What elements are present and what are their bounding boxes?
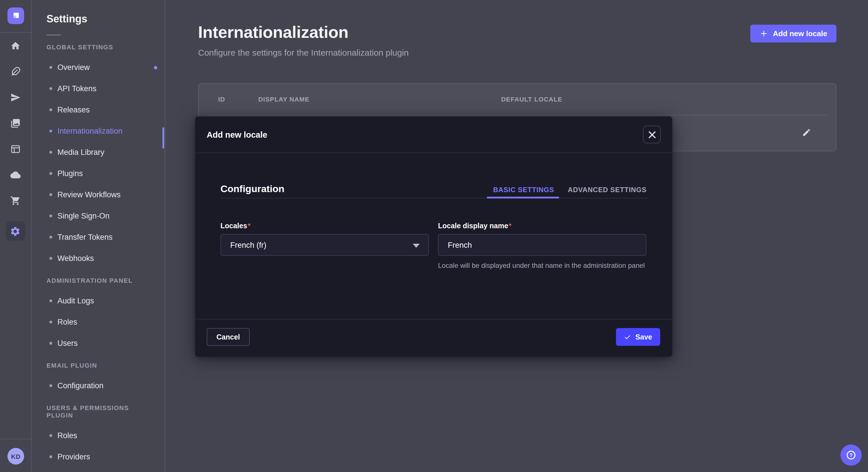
check-icon xyxy=(624,334,631,340)
locales-select[interactable]: French (fr) xyxy=(220,234,429,256)
bullet-icon xyxy=(50,299,52,302)
bullet-icon xyxy=(50,257,52,260)
sidebar-item-webhooks[interactable]: Webhooks xyxy=(32,248,165,269)
subnav-scrollbar-thumb[interactable] xyxy=(162,127,164,148)
sidebar-item-label: Users xyxy=(57,339,78,347)
bullet-icon xyxy=(50,456,52,458)
required-asterisk: * xyxy=(509,222,512,230)
paper-plane-icon[interactable] xyxy=(10,92,20,103)
sidebar-item-single-sign-on[interactable]: Single Sign-On xyxy=(32,205,165,227)
sidebar-item-internationalization[interactable]: Internationalization xyxy=(32,121,165,142)
column-header-default-locale: DEFAULT LOCALE xyxy=(501,96,562,103)
sidebar-item-label: Webhooks xyxy=(57,254,94,263)
tab-basic-settings[interactable]: BASIC SETTINGS xyxy=(493,186,554,194)
modal-header-divider xyxy=(195,153,672,153)
close-button[interactable] xyxy=(643,126,661,143)
bullet-icon xyxy=(50,193,52,196)
sidebar-item-label: Roles xyxy=(57,431,77,440)
subnav-title-rule xyxy=(46,34,61,36)
modal-footer-divider xyxy=(195,319,672,319)
feather-icon[interactable] xyxy=(10,67,20,77)
sidebar-item-label: API Tokens xyxy=(57,84,96,93)
sidebar-item-api-tokens[interactable]: API Tokens xyxy=(32,78,165,99)
sidebar-item-label: Plugins xyxy=(57,169,83,178)
active-tab-underline xyxy=(487,197,559,198)
table-header-row: IDDISPLAY NAMEDEFAULT LOCALE xyxy=(198,84,836,115)
column-header-display-name: DISPLAY NAME xyxy=(258,96,309,103)
app-root: KD Settings GLOBAL SETTINGSOverviewAPI T… xyxy=(0,0,868,472)
sidebar-item-label: Roles xyxy=(57,318,77,326)
display-name-label-text: Locale display name xyxy=(438,222,508,230)
locales-label: Locales* xyxy=(220,222,250,230)
bullet-icon xyxy=(50,384,52,387)
sidebar-item-label: Providers xyxy=(57,452,90,461)
section-header-email-plugin: EMAIL PLUGIN xyxy=(46,362,150,369)
add-locale-modal: Add new locale Configuration BASIC SETTI… xyxy=(195,116,672,357)
cart-icon[interactable] xyxy=(10,196,20,206)
display-name-field-box xyxy=(438,234,646,256)
bullet-icon xyxy=(50,342,52,345)
sidebar-item-label: Configuration xyxy=(57,381,104,390)
tab-advanced-settings[interactable]: ADVANCED SETTINGS xyxy=(568,186,647,194)
settings-subnav: Settings GLOBAL SETTINGSOverviewAPI Toke… xyxy=(32,0,165,472)
notification-dot xyxy=(154,66,157,69)
locales-select-value: French (fr) xyxy=(230,241,267,249)
bullet-icon xyxy=(50,236,52,239)
sidebar-item-roles[interactable]: Roles xyxy=(32,311,165,333)
strapi-logo-icon[interactable] xyxy=(7,7,24,24)
sidebar-item-label: Internationalization xyxy=(57,127,123,135)
help-button[interactable]: ? xyxy=(840,444,862,466)
modal-header: Add new locale xyxy=(195,116,672,153)
sidebar-item-configuration[interactable]: Configuration xyxy=(32,375,165,396)
sidebar-item-label: Single Sign-On xyxy=(57,212,110,220)
locales-label-text: Locales xyxy=(220,222,247,230)
edit-locale-button[interactable] xyxy=(801,128,812,138)
bullet-icon xyxy=(50,108,52,111)
sidebar-item-label: Releases xyxy=(57,105,90,114)
display-name-input[interactable] xyxy=(439,235,646,255)
cancel-button[interactable]: Cancel xyxy=(207,328,250,346)
sidebar-item-users[interactable]: Users xyxy=(32,333,165,354)
bullet-icon xyxy=(50,130,52,133)
tabs-divider xyxy=(220,198,648,198)
sidebar-item-media-library[interactable]: Media Library xyxy=(32,142,165,163)
add-new-locale-button[interactable]: Add new locale xyxy=(751,25,836,42)
display-name-label: Locale display name* xyxy=(438,222,512,230)
save-button[interactable]: Save xyxy=(616,328,660,346)
subnav-sections: GLOBAL SETTINGSOverviewAPI TokensRelease… xyxy=(32,43,165,467)
column-header-id: ID xyxy=(218,96,225,103)
strapi-logo-glyph xyxy=(11,11,21,21)
configuration-heading: Configuration xyxy=(220,183,284,195)
subnav-title: Settings xyxy=(46,12,165,25)
sidebar-item-review-workflows[interactable]: Review Workflows xyxy=(32,184,165,205)
sidebar-item-label: Transfer Tokens xyxy=(57,233,113,241)
cloud-icon[interactable] xyxy=(10,170,20,180)
sidebar-item-overview[interactable]: Overview xyxy=(32,57,165,78)
avatar[interactable]: KD xyxy=(7,448,24,465)
bullet-icon xyxy=(50,66,52,69)
sidebar-item-releases[interactable]: Releases xyxy=(32,99,165,121)
sidebar-item-roles[interactable]: Roles xyxy=(32,425,165,446)
page-title: Internationalization xyxy=(198,23,348,42)
gear-icon[interactable] xyxy=(5,222,25,241)
home-icon[interactable] xyxy=(10,41,20,51)
sidebar-item-plugins[interactable]: Plugins xyxy=(32,163,165,184)
sidebar-item-label: Overview xyxy=(57,63,90,72)
plus-icon xyxy=(760,29,768,38)
section-header-users-and-permissions-plugin: USERS & PERMISSIONS PLUGIN xyxy=(46,404,150,419)
bullet-icon xyxy=(50,172,52,175)
sidebar-item-providers[interactable]: Providers xyxy=(32,446,165,467)
section-header-global-settings: GLOBAL SETTINGS xyxy=(46,43,150,51)
bullet-icon xyxy=(50,214,52,217)
images-icon[interactable] xyxy=(10,118,20,129)
close-icon xyxy=(648,131,655,138)
bullet-icon xyxy=(50,434,52,437)
sidebar-item-transfer-tokens[interactable]: Transfer Tokens xyxy=(32,227,165,248)
icon-rail: KD xyxy=(0,0,32,472)
sidebar-item-audit-logs[interactable]: Audit Logs xyxy=(32,290,165,311)
section-header-administration-panel: ADMINISTRATION PANEL xyxy=(46,277,150,284)
layout-icon[interactable] xyxy=(10,144,20,154)
sidebar-item-label: Review Workflows xyxy=(57,191,121,199)
add-new-locale-label: Add new locale xyxy=(773,29,827,38)
bullet-icon xyxy=(50,321,52,324)
